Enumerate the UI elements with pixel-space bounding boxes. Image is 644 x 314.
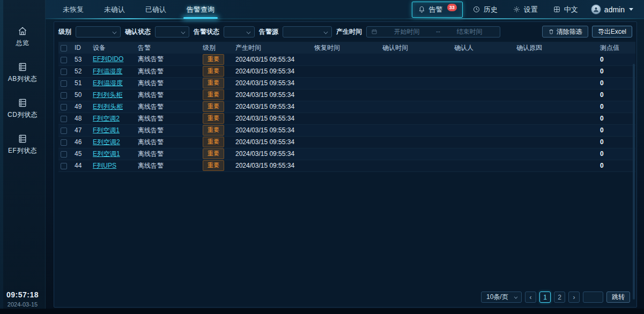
device-link[interactable]: F列列头柜: [93, 91, 122, 99]
sidebar-item-label: CD列状态: [8, 110, 38, 119]
cell-recovered: [312, 160, 380, 171]
date-range-picker[interactable]: 开始时间 -- 结束时间: [366, 26, 500, 38]
language-label: 中文: [564, 5, 578, 14]
sidebar-item[interactable]: AB列状态: [0, 58, 45, 87]
alarm-source-select[interactable]: [283, 26, 332, 38]
header-level: 级别: [201, 42, 233, 54]
chevron-down-icon: [181, 29, 186, 34]
device-link[interactable]: EF列DIDO: [93, 55, 123, 63]
row-checkbox[interactable]: [61, 128, 67, 134]
row-checkbox[interactable]: [61, 163, 67, 169]
page-size-select[interactable]: 10条/页: [481, 291, 522, 303]
row-checkbox[interactable]: [61, 151, 67, 158]
cell-confirmed-at: [380, 101, 452, 113]
cell-confirmed-by: [452, 89, 514, 101]
sidebar-item[interactable]: EF列状态: [0, 130, 45, 159]
level-badge: 重要: [203, 66, 224, 77]
table-row: 52 F列温湿度 离线告警 重要 2024/03/15 09:55:34 0: [58, 65, 635, 77]
cell-reason: [514, 148, 598, 160]
cell-recovered: [312, 54, 380, 65]
alarm-source-filter-label: 告警源: [259, 27, 278, 36]
sidebar-clock: 09:57:18 2024-03-15: [0, 290, 45, 308]
header-created: 产生时间: [233, 42, 312, 54]
device-link[interactable]: F列UPS: [93, 162, 116, 169]
language-button[interactable]: 中文: [547, 2, 583, 17]
cell-value: 0: [598, 54, 635, 65]
prev-page-button[interactable]: ‹: [525, 291, 536, 303]
header-value: 测点值: [598, 42, 635, 54]
clear-filters-button[interactable]: 清除筛选: [542, 26, 588, 38]
header-device: 设备: [91, 42, 136, 54]
device-link[interactable]: F列空调1: [93, 126, 120, 134]
cell-id: 51: [72, 77, 91, 89]
scrollbar[interactable]: [633, 64, 635, 300]
page-number-button[interactable]: 1: [539, 291, 551, 303]
cell-reason: [514, 77, 598, 89]
alarm-status-select[interactable]: [224, 26, 255, 38]
header-reason: 确认原因: [514, 42, 598, 54]
sidebar-item[interactable]: CD列状态: [0, 94, 45, 123]
sidebar-nav: 总览 AB列状态 CD列状态 EF列状态: [0, 23, 45, 159]
cell-confirmed-by: [452, 65, 514, 77]
export-excel-button[interactable]: 导出Excel: [592, 26, 632, 38]
bottom-strip: [0, 309, 644, 314]
cell-created: 2024/03/15 09:55:34: [233, 89, 312, 101]
cell-id: 53: [72, 54, 91, 65]
cell-confirmed-by: [452, 148, 514, 160]
cell-confirmed-at: [380, 77, 452, 89]
confirm-status-select[interactable]: [155, 26, 189, 38]
rack-icon: [17, 133, 28, 144]
cell-id: 45: [72, 148, 91, 160]
row-checkbox[interactable]: [61, 139, 67, 146]
alarm-query-panel: 级别 确认状态 告警状态 告警源 产生时间 开始时间 -- 结束时间 清除筛选 …: [54, 21, 637, 308]
row-checkbox[interactable]: [61, 116, 67, 122]
device-link[interactable]: E列空调2: [93, 138, 120, 146]
sidebar-item-label: EF列状态: [8, 146, 37, 155]
history-button[interactable]: 历史: [467, 2, 503, 17]
tab-label: 未确认: [104, 5, 125, 14]
cell-recovered: [312, 124, 380, 136]
page-number-button[interactable]: 2: [554, 291, 565, 303]
topbar-tab[interactable]: 已确认: [138, 0, 174, 19]
alarm-button[interactable]: 告警 33: [412, 2, 463, 18]
topbar-tab[interactable]: 未恢复: [55, 0, 91, 19]
cell-reason: [514, 160, 598, 171]
level-select[interactable]: [76, 26, 121, 38]
cell-confirmed-by: [452, 160, 514, 171]
cell-confirmed-at: [380, 113, 452, 124]
sidebar: 总览 AB列状态 CD列状态 EF列状态 09:57:18 2024-03-15: [0, 0, 46, 314]
cell-value: 0: [598, 160, 635, 171]
table-row: 51 E列温湿度 离线告警 重要 2024/03/15 09:55:34 0: [58, 77, 635, 89]
cell-alarm: 离线告警: [136, 160, 201, 171]
row-checkbox[interactable]: [61, 80, 67, 87]
device-link[interactable]: F列温湿度: [93, 68, 122, 75]
cell-recovered: [312, 77, 380, 89]
cell-created: 2024/03/15 09:55:34: [233, 160, 312, 171]
row-checkbox[interactable]: [61, 57, 67, 63]
settings-button[interactable]: 设置: [507, 2, 543, 17]
device-link[interactable]: F列空调2: [93, 115, 120, 122]
device-link[interactable]: E列列头柜: [93, 103, 123, 110]
row-checkbox[interactable]: [61, 69, 67, 75]
next-page-button[interactable]: ›: [568, 291, 580, 303]
row-checkbox[interactable]: [61, 92, 67, 99]
device-link[interactable]: E列空调1: [93, 150, 120, 158]
jump-button[interactable]: 跳转: [606, 291, 630, 303]
cell-reason: [514, 113, 598, 124]
select-all-checkbox[interactable]: [61, 45, 67, 51]
cell-recovered: [312, 65, 380, 77]
topbar-tab[interactable]: 未确认: [97, 0, 132, 19]
sidebar-item[interactable]: 总览: [0, 23, 45, 51]
level-badge: 重要: [203, 54, 224, 65]
jump-page-input[interactable]: [583, 291, 603, 303]
chevron-down-icon: [514, 295, 518, 299]
user-menu[interactable]: admin: [588, 2, 636, 17]
page-number-label: 2: [558, 294, 561, 301]
cell-value: 0: [598, 89, 635, 101]
topbar-tab[interactable]: 告警查询: [179, 0, 222, 19]
device-link[interactable]: E列温湿度: [93, 79, 123, 87]
clock-date: 2024-03-15: [0, 301, 45, 308]
row-checkbox[interactable]: [61, 104, 67, 110]
cell-id: 49: [72, 101, 91, 113]
table-body: 53 EF列DIDO 离线告警 重要 2024/03/15 09:55:34 0…: [58, 54, 635, 171]
